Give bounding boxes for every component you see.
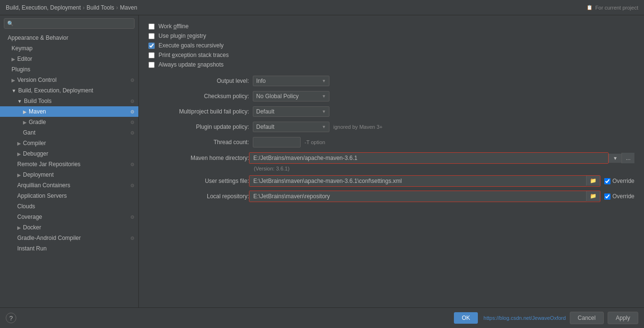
user-settings-browse-btn[interactable]: 📁 (586, 176, 600, 186)
use-plugin-label: Use plugin registry (158, 33, 206, 39)
multiproject-policy-row: Multiproject build fail policy: Default … (148, 106, 634, 117)
multiproject-policy-value: Default (256, 108, 274, 115)
sidebar-item-label: Clouds (17, 203, 35, 210)
checksum-policy-control: No Global Policy ▼ (253, 91, 329, 102)
always-update-checkbox[interactable] (148, 62, 155, 68)
sidebar-item-arquillian[interactable]: Arquillian Containers ⚙ (0, 180, 138, 191)
sidebar-item-coverage[interactable]: Coverage ⚙ (0, 212, 138, 222)
sidebar-item-label: Build Tools (24, 98, 52, 104)
sidebar-item-label: Plugins (11, 66, 30, 73)
breadcrumb: Build, Execution, Deployment › Build Too… (6, 4, 137, 11)
breadcrumb-sep2: › (116, 4, 118, 11)
local-repo-override-checkbox[interactable] (604, 193, 610, 200)
thread-count-input[interactable] (253, 137, 301, 147)
print-exception-checkbox[interactable] (148, 52, 155, 58)
sidebar-item-build-tools[interactable]: ▼ Build Tools ⚙ (0, 96, 138, 106)
sidebar-item-keymap[interactable]: Keymap (0, 43, 138, 54)
maven-home-container: Maven home directory: ▼ ... (148, 152, 634, 164)
sidebar-item-editor[interactable]: ▶ Editor (0, 54, 138, 64)
help-button[interactable]: ? (6, 313, 16, 323)
local-repo-override: Override (604, 193, 634, 200)
multiproject-policy-control: Default ▼ (253, 106, 329, 117)
maven-home-input[interactable] (249, 153, 608, 163)
output-level-row: Output level: Info ▼ (148, 76, 634, 86)
arrow-icon: ▶ (11, 78, 15, 83)
use-plugin-row: Use plugin registry (148, 33, 634, 39)
sidebar-item-label: Gradle (29, 119, 46, 125)
sidebar-item-maven[interactable]: ▶ Maven ⚙ (0, 106, 138, 117)
sidebar-item-clouds[interactable]: Clouds (0, 201, 138, 212)
maven-home-browse-btn[interactable]: ... (621, 153, 634, 163)
checksum-policy-row: Checksum policy: No Global Policy ▼ (148, 91, 634, 102)
arrow-icon: ▼ (11, 88, 16, 93)
apply-button[interactable]: Apply (608, 312, 638, 324)
sidebar-item-docker[interactable]: ▶ Docker (0, 222, 138, 233)
multiproject-policy-dropdown[interactable]: Default ▼ (253, 106, 329, 117)
arrow-icon: ▶ (17, 172, 21, 178)
local-repo-container: Local repository: 📁 Override (148, 191, 634, 202)
execute-goals-label: Execute goals recursively (158, 42, 224, 49)
sidebar-item-appearance[interactable]: Appearance & Behavior (0, 33, 138, 43)
plugin-update-policy-row: Plugin update policy: Default ▼ ignored … (148, 122, 634, 132)
search-icon: 🔍 (7, 21, 14, 27)
use-plugin-checkbox[interactable] (148, 33, 155, 39)
sidebar-item-label: Instant Run (17, 245, 46, 252)
sidebar-item-label: Keymap (11, 45, 33, 52)
main-content: 🔍 Appearance & Behavior Keymap ▶ Editor … (0, 15, 644, 307)
sidebar-item-label: Application Servers (17, 192, 67, 199)
sidebar-item-gant[interactable]: Gant ⚙ (0, 127, 138, 138)
always-update-label: Always update snapshots (158, 61, 224, 68)
sidebar-item-label: Compiler (23, 140, 46, 147)
project-note-icon: 📋 (587, 5, 592, 10)
sidebar-item-instant-run[interactable]: Instant Run (0, 243, 138, 254)
ok-button[interactable]: OK (454, 312, 477, 324)
work-offline-checkbox[interactable] (148, 23, 155, 30)
settings-icon: ⚙ (130, 130, 135, 136)
local-repo-override-label: Override (612, 193, 634, 200)
work-offline-row: Work offline (148, 23, 634, 30)
user-settings-override-checkbox[interactable] (604, 178, 610, 184)
search-input[interactable] (16, 20, 131, 27)
settings-icon: ⚙ (130, 109, 135, 114)
work-offline-label: Work offline (158, 23, 189, 30)
execute-goals-checkbox[interactable] (148, 43, 155, 49)
sidebar-item-label: Arquillian Containers (17, 182, 70, 189)
sidebar-item-label: Gant (23, 129, 35, 136)
sidebar-item-label: Appearance & Behavior (8, 34, 68, 41)
dropdown-arrow-icon: ▼ (322, 109, 326, 114)
checksum-policy-dropdown[interactable]: No Global Policy ▼ (253, 91, 329, 102)
print-exception-label: Print exception stack traces (158, 52, 229, 58)
search-box[interactable]: 🔍 (4, 18, 135, 29)
footer-left: ? (6, 313, 16, 323)
sidebar-item-gradle[interactable]: ▶ Gradle ⚙ (0, 117, 138, 127)
sidebar-item-version-control[interactable]: ▶ Version Control ⚙ (0, 75, 138, 85)
maven-home-dropdown-btn[interactable]: ▼ (609, 154, 621, 163)
cancel-button[interactable]: Cancel (570, 312, 604, 324)
output-level-dropdown[interactable]: Info ▼ (253, 76, 329, 86)
sidebar-item-plugins[interactable]: Plugins (0, 64, 138, 75)
sidebar-item-build-exec[interactable]: ▼ Build, Execution, Deployment (0, 85, 138, 96)
breadcrumb-part1: Build, Execution, Deployment (6, 4, 81, 11)
sidebar-item-app-servers[interactable]: Application Servers (0, 191, 138, 201)
checksum-policy-label: Checksum policy: (148, 93, 249, 100)
plugin-update-policy-value: Default (256, 124, 274, 130)
output-level-value: Info (256, 78, 266, 84)
output-level-label: Output level: (148, 78, 249, 84)
user-settings-input[interactable] (249, 176, 586, 186)
local-repo-input[interactable] (249, 191, 586, 202)
user-settings-label: User settings file: (148, 178, 249, 184)
user-settings-override-label: Override (612, 178, 634, 184)
breadcrumb-sep1: › (83, 4, 85, 11)
plugin-update-policy-dropdown[interactable]: Default ▼ (253, 122, 329, 132)
local-repo-browse-btn[interactable]: 📁 (586, 191, 600, 201)
sidebar-item-label: Coverage (17, 214, 42, 220)
sidebar-item-deployment[interactable]: ▶ Deployment (0, 170, 138, 180)
sidebar-item-label: Docker (23, 224, 41, 231)
sidebar-item-gradle-android[interactable]: Gradle-Android Compiler ⚙ (0, 233, 138, 243)
checksum-policy-value: No Global Policy (256, 93, 299, 100)
header-right: 📋 For current project (587, 5, 638, 11)
sidebar-item-compiler[interactable]: ▶ Compiler (0, 138, 138, 148)
sidebar-item-debugger[interactable]: ▶ Debugger (0, 148, 138, 159)
settings-dialog: Build, Execution, Deployment › Build Too… (0, 0, 644, 328)
sidebar-item-remote-jar[interactable]: Remote Jar Repositories ⚙ (0, 159, 138, 170)
